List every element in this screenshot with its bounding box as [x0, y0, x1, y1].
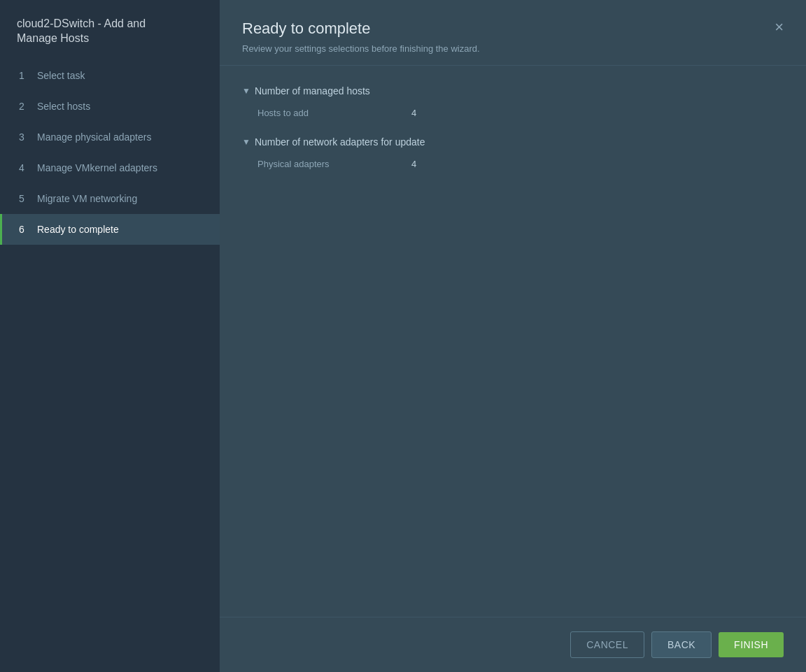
section-title: Number of managed hosts — [255, 85, 370, 96]
section-network-adapters: ▼Number of network adapters for update P… — [242, 136, 784, 173]
sidebar-item-select-task[interactable]: 1 Select task — [0, 60, 220, 91]
sidebar-item-manage-vmkernel-adapters[interactable]: 4 Manage VMkernel adapters — [0, 152, 220, 183]
sidebar-item-ready-to-complete[interactable]: 6 Ready to complete — [0, 214, 220, 245]
sidebar-title: cloud2-DSwitch - Add and Manage Hosts — [0, 0, 220, 60]
step-label: Ready to complete — [37, 224, 119, 235]
step-label: Select task — [37, 70, 85, 81]
cancel-button[interactable]: CANCEL — [570, 631, 644, 658]
step-number: 3 — [19, 131, 30, 143]
step-label: Select hosts — [37, 101, 90, 112]
row-label: Physical adapters — [257, 159, 411, 169]
wizard-dialog: cloud2-DSwitch - Add and Manage Hosts 1 … — [0, 0, 806, 672]
wizard-footer: CANCEL BACK FINISH — [220, 617, 806, 672]
section-managed-hosts: ▼Number of managed hosts Hosts to add 4 — [242, 85, 784, 122]
step-label: Manage physical adapters — [37, 131, 151, 143]
page-title: Ready to complete — [242, 20, 480, 38]
main-header: Ready to complete Review your settings s… — [220, 0, 806, 66]
row-value: 4 — [411, 159, 416, 169]
main-content: Ready to complete Review your settings s… — [220, 0, 806, 672]
step-number: 6 — [19, 224, 30, 235]
step-number: 1 — [19, 70, 30, 81]
finish-button[interactable]: FINISH — [719, 632, 784, 657]
page-subtitle: Review your settings selections before f… — [242, 43, 480, 54]
section-header-managed-hosts[interactable]: ▼Number of managed hosts — [242, 85, 784, 96]
step-label: Migrate VM networking — [37, 193, 137, 204]
section-header-network-adapters[interactable]: ▼Number of network adapters for update — [242, 136, 784, 148]
sidebar-item-select-hosts[interactable]: 2 Select hosts — [0, 91, 220, 122]
row-label: Hosts to add — [257, 108, 411, 118]
sidebar-item-migrate-vm-networking[interactable]: 5 Migrate VM networking — [0, 183, 220, 214]
section-title: Number of network adapters for update — [255, 136, 425, 148]
step-number: 5 — [19, 193, 30, 204]
step-number: 2 — [19, 101, 30, 112]
row-value: 4 — [411, 108, 416, 118]
step-label: Manage VMkernel adapters — [37, 162, 157, 173]
step-number: 4 — [19, 162, 30, 173]
chevron-down-icon: ▼ — [242, 86, 250, 96]
back-button[interactable]: BACK — [651, 631, 712, 658]
sidebar-item-manage-physical-adapters[interactable]: 3 Manage physical adapters — [0, 122, 220, 152]
chevron-down-icon: ▼ — [242, 137, 250, 147]
wizard-sidebar: cloud2-DSwitch - Add and Manage Hosts 1 … — [0, 0, 220, 672]
content-area: ▼Number of managed hosts Hosts to add 4 … — [220, 66, 806, 617]
close-button[interactable]: × — [775, 20, 784, 35]
section-row: Hosts to add 4 — [242, 103, 784, 122]
section-row: Physical adapters 4 — [242, 155, 784, 173]
